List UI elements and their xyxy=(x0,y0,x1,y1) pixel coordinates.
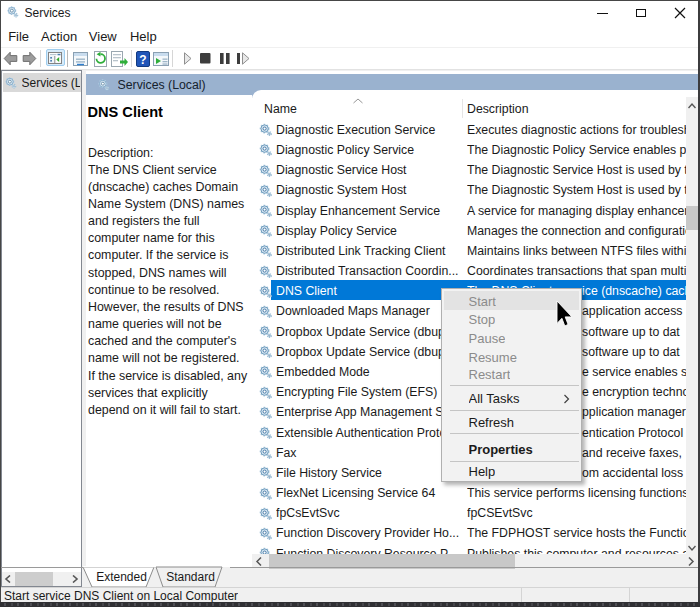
svg-text:?: ? xyxy=(139,53,146,67)
